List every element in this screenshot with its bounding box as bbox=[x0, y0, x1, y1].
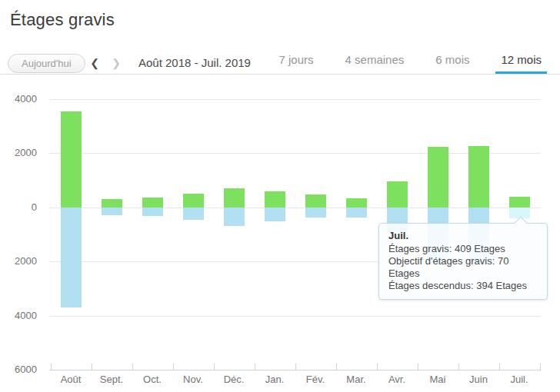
x-axis-label: Nov. bbox=[173, 374, 214, 385]
x-axis-tick bbox=[540, 364, 541, 370]
bar-up-Oct.[interactable] bbox=[142, 198, 163, 208]
x-axis-label: Mar. bbox=[336, 374, 377, 385]
y-axis-label: 2000 bbox=[3, 255, 37, 267]
floors-bar-chart: 400020000200040006000AoûtSept.Oct.Nov.Dé… bbox=[0, 0, 560, 392]
x-axis-tick bbox=[295, 364, 296, 370]
x-axis-label: Fév. bbox=[295, 374, 336, 385]
x-axis-tick bbox=[214, 364, 215, 370]
y-axis-label: 0 bbox=[3, 201, 37, 213]
bar-down-Fév.[interactable] bbox=[305, 208, 326, 218]
bar-up-Mar.[interactable] bbox=[346, 198, 367, 208]
bar-down-Oct.[interactable] bbox=[142, 208, 163, 216]
bar-up-Juil.[interactable] bbox=[509, 197, 530, 208]
y-axis-label: 4000 bbox=[3, 310, 37, 321]
gridline bbox=[49, 316, 541, 317]
floors-climbed-widget: Étages gravis Aujourd'hui ❮ ❯ Août 2018 … bbox=[0, 0, 560, 392]
x-axis-label: Jan. bbox=[255, 374, 295, 385]
x-axis-tick bbox=[499, 364, 500, 370]
bar-up-Mai[interactable] bbox=[428, 147, 448, 208]
x-axis-label: Juil. bbox=[499, 374, 540, 385]
bar-up-Avr.[interactable] bbox=[387, 181, 408, 208]
x-axis-tick bbox=[132, 364, 133, 370]
bar-down-Août[interactable] bbox=[61, 208, 82, 307]
bar-down-Jan.[interactable] bbox=[265, 208, 285, 221]
bar-down-Sept.[interactable] bbox=[102, 208, 122, 215]
x-axis-tick bbox=[173, 364, 174, 370]
gridline bbox=[49, 153, 541, 154]
tooltip-floors-climbed: Étages gravis: 409 Etages bbox=[388, 243, 538, 255]
bar-up-Juin[interactable] bbox=[468, 146, 489, 208]
x-axis-baseline bbox=[49, 370, 541, 370]
gridline bbox=[49, 99, 541, 100]
bar-down-Déc.[interactable] bbox=[224, 208, 245, 226]
x-axis-label: Juin bbox=[458, 374, 499, 385]
x-axis-label: Oct. bbox=[132, 374, 173, 385]
x-axis-tick bbox=[51, 364, 52, 370]
bar-up-Jan.[interactable] bbox=[265, 191, 285, 208]
x-axis-label: Mai bbox=[418, 374, 458, 385]
tooltip-floors-descended: Étages descendus: 394 Etages bbox=[388, 280, 538, 292]
y-axis-label: 2000 bbox=[3, 147, 37, 158]
chart-tooltip: Juil. Étages gravis: 409 Etages Objectif… bbox=[378, 223, 548, 300]
x-axis-tick bbox=[418, 364, 418, 370]
bar-down-Mar.[interactable] bbox=[346, 208, 367, 218]
bar-up-Août[interactable] bbox=[61, 111, 82, 208]
bar-up-Déc.[interactable] bbox=[224, 188, 245, 208]
bar-down-Nov.[interactable] bbox=[183, 208, 204, 220]
y-axis-label: 6000 bbox=[3, 364, 37, 375]
x-axis-tick bbox=[336, 364, 337, 370]
x-axis-label: Avr. bbox=[377, 374, 418, 385]
bar-up-Fév.[interactable] bbox=[305, 194, 326, 208]
x-axis-tick bbox=[92, 364, 92, 370]
x-axis-label: Août bbox=[51, 374, 92, 385]
x-axis-tick bbox=[458, 364, 459, 370]
tooltip-floors-goal: Objectif d'étages gravis: 70 Etages bbox=[388, 255, 538, 280]
y-axis-label: 4000 bbox=[3, 93, 37, 105]
bar-up-Sept.[interactable] bbox=[102, 199, 122, 208]
x-axis-tick bbox=[377, 364, 378, 370]
x-axis-label: Déc. bbox=[214, 374, 255, 385]
bar-up-Nov.[interactable] bbox=[183, 194, 204, 208]
gridline bbox=[49, 208, 541, 208]
tooltip-month: Juil. bbox=[388, 230, 538, 242]
x-axis-tick bbox=[255, 364, 255, 370]
x-axis-label: Sept. bbox=[92, 374, 132, 385]
